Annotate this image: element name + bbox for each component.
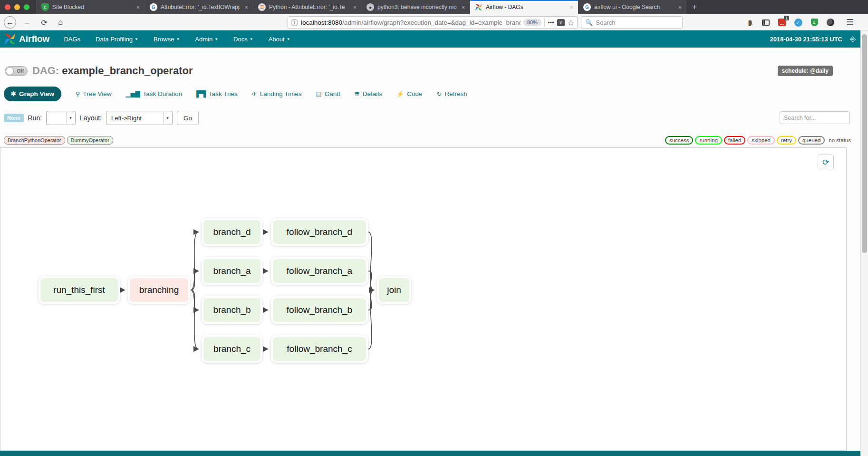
browser-tab-2[interactable]: GAttributeError: '_io.TextIOWrapp× <box>145 0 253 14</box>
nav-item-dags[interactable]: DAGs <box>56 36 88 43</box>
nav-item-admin[interactable]: Admin▼ <box>187 36 226 43</box>
view-tab-tree-view[interactable]: ⚲Tree View <box>76 90 112 97</box>
schedule-badge: schedule: @daily <box>778 66 833 76</box>
browser-tab-5[interactable]: Airflow - DAGs× <box>470 0 578 14</box>
page-info-icon[interactable]: i <box>291 19 298 26</box>
dag-node-branch_a[interactable]: branch_a <box>203 259 260 283</box>
dag-pause-toggle[interactable]: Off <box>5 66 28 76</box>
tab-close-icon[interactable]: × <box>677 4 683 11</box>
divider <box>544 18 545 27</box>
dag-node-follow_branch_d[interactable]: follow_branch_d <box>273 220 366 244</box>
menu-icon[interactable]: ☰ <box>846 17 854 28</box>
view-tab-code[interactable]: ⚡Code <box>396 90 423 97</box>
view-tab-label: Task Tries <box>209 90 238 97</box>
layout-label: Layout: <box>80 114 102 122</box>
node-label: follow_branch_c <box>287 344 352 354</box>
dag-node-follow_branch_b[interactable]: follow_branch_b <box>273 298 366 322</box>
new-tab-button[interactable]: + <box>686 0 703 14</box>
blue-extension-icon[interactable]: ✓ <box>794 19 802 27</box>
caret-down-icon: ▼ <box>214 37 218 41</box>
library-icon[interactable]: |||\ <box>745 18 754 27</box>
dag-node-follow_branch_a[interactable]: follow_branch_a <box>273 259 366 283</box>
zoom-level-badge[interactable]: 80% <box>523 19 541 26</box>
nav-item-data-profiling[interactable]: Data Profiling▼ <box>88 36 146 43</box>
task-duration-icon: ▁▅▇ <box>126 90 140 97</box>
dag-graph-canvas[interactable]: run_this_firstbranchingbranch_dfollow_br… <box>0 147 847 451</box>
caret-down-icon: ▼ <box>250 37 253 41</box>
browser-tab-1[interactable]: £Site Blocked× <box>36 0 145 14</box>
tab-title: AttributeError: '_io.TextIOWrapp <box>161 4 240 10</box>
dag-node-run_this_first[interactable]: run_this_first <box>40 278 118 302</box>
close-window-button[interactable] <box>5 4 10 10</box>
view-tab-gantt[interactable]: ▤Gantt <box>316 90 340 97</box>
view-tab-landing-times[interactable]: ✈Landing Times <box>252 90 302 97</box>
browser-search-bar[interactable]: 🔍 Search <box>581 16 683 29</box>
browser-tab-4[interactable]: ●python3: behave incorrectly mo× <box>361 0 470 14</box>
task-tries-icon: ▛▜ <box>196 90 206 97</box>
search-placeholder: Search <box>596 19 615 26</box>
zoom-window-button[interactable] <box>24 4 29 10</box>
dag-node-branching[interactable]: branching <box>130 278 188 302</box>
view-tab-label: Graph View <box>19 90 54 97</box>
nav-item-about[interactable]: About▼ <box>261 36 298 43</box>
tab-close-icon[interactable]: × <box>135 4 141 11</box>
chevron-down-icon: ▼ <box>164 112 171 124</box>
forward-button[interactable]: → <box>21 16 33 29</box>
dag-node-join[interactable]: join <box>379 278 409 302</box>
node-label: follow_branch_a <box>287 266 352 276</box>
browser-toolbar: ← → ⟳ ⌂ i localhost:8080/admin/airflow/g… <box>0 14 868 30</box>
tab-close-icon[interactable]: × <box>460 4 466 11</box>
view-tab-label: Code <box>407 90 422 97</box>
airflow-navbar: Airflow DAGsData Profiling▼Browse▼Admin▼… <box>0 30 868 48</box>
tab-close-icon[interactable]: × <box>569 4 574 11</box>
view-tab-graph-view[interactable]: ✱Graph View <box>4 87 61 101</box>
task-search-input[interactable] <box>780 111 850 124</box>
scrollbar-thumb[interactable] <box>862 34 867 253</box>
nav-item-docs[interactable]: Docs▼ <box>226 36 261 43</box>
node-label: branch_a <box>213 266 251 276</box>
tab-close-icon[interactable]: × <box>243 4 249 11</box>
pocket-icon[interactable]: ∨ <box>557 19 565 26</box>
operator-legend-dummyoperator: DummyOperator <box>67 136 113 145</box>
reload-button[interactable]: ⟳ <box>38 16 50 29</box>
sidebar-toggle-icon[interactable] <box>762 19 770 26</box>
url-text[interactable]: localhost:8080/admin/airflow/graph?execu… <box>301 19 521 26</box>
cookies-extension-icon[interactable] <box>827 19 834 26</box>
view-tab-details[interactable]: ≣Details <box>355 90 382 97</box>
back-button[interactable]: ← <box>4 16 16 29</box>
go-button[interactable]: Go <box>177 111 199 125</box>
tab-close-icon[interactable]: × <box>352 4 357 11</box>
airflow-brand[interactable]: Airflow <box>0 33 56 45</box>
details-icon: ≣ <box>355 90 360 97</box>
dag-node-follow_branch_c[interactable]: follow_branch_c <box>273 337 366 361</box>
nav-item-browse[interactable]: Browse▼ <box>146 36 187 43</box>
bookmark-star-icon[interactable]: ☆ <box>568 18 574 27</box>
browser-tab-6[interactable]: Gairflow ui - Google Search× <box>578 0 686 14</box>
gantt-icon: ▤ <box>316 90 322 97</box>
dag-id: example_branch_operator <box>62 65 193 77</box>
view-tab-task-tries[interactable]: ▛▜Task Tries <box>196 90 238 97</box>
node-label: branch_c <box>213 344 251 354</box>
view-tab-task-duration[interactable]: ▁▅▇Task Duration <box>126 90 183 97</box>
tab-title: Site Blocked <box>52 4 132 10</box>
view-tab-label: Tree View <box>83 90 111 97</box>
node-label: follow_branch_d <box>287 227 352 237</box>
url-bar[interactable]: i localhost:8080/admin/airflow/graph?exe… <box>288 16 578 29</box>
shield-extension-icon[interactable]: £ <box>811 19 818 26</box>
run-select[interactable]: ▼ <box>46 111 76 125</box>
node-label: branching <box>139 285 179 295</box>
view-tab-refresh[interactable]: ↻Refresh <box>437 90 467 97</box>
minimize-window-button[interactable] <box>14 4 20 10</box>
layout-select[interactable]: Left->Right ▼ <box>106 111 173 125</box>
page-title: DAG: example_branch_operator <box>32 65 193 77</box>
browser-tab-3[interactable]: ☰Python - AttributeError: '_io.Te× <box>253 0 361 14</box>
home-button[interactable]: ⌂ <box>54 16 67 29</box>
dag-node-branch_b[interactable]: branch_b <box>203 298 260 322</box>
dag-node-branch_d[interactable]: branch_d <box>203 220 260 244</box>
caret-down-icon: ▼ <box>176 37 180 41</box>
dag-node-branch_c[interactable]: branch_c <box>203 337 260 361</box>
page-actions-icon[interactable]: ••• <box>548 19 554 26</box>
refresh-graph-button[interactable]: ⟳ <box>818 155 834 170</box>
tree-view-icon: ⚲ <box>76 90 80 97</box>
window-scrollbar[interactable] <box>860 30 868 456</box>
